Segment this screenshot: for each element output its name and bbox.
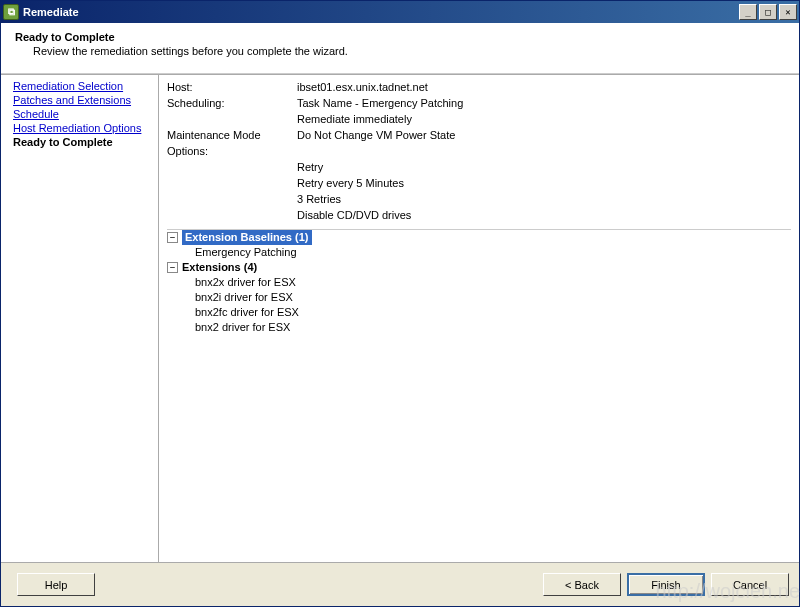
nav-remediation-selection[interactable]: Remediation Selection: [1, 79, 158, 93]
minimize-button[interactable]: _: [739, 4, 757, 20]
summary-panel: Host: ibset01.esx.unix.tadnet.net Schedu…: [159, 75, 799, 562]
value-maint-2: Retry: [297, 159, 791, 175]
wizard-nav: Remediation Selection Patches and Extens…: [1, 75, 159, 562]
value-host: ibset01.esx.unix.tadnet.net: [297, 79, 791, 95]
tree-item-extension[interactable]: bnx2 driver for ESX: [195, 320, 290, 335]
value-scheduling-1: Task Name - Emergency Patching: [297, 95, 791, 111]
app-icon: ⧉: [3, 4, 19, 20]
label-maintenance: Maintenance Mode Options:: [167, 127, 297, 159]
help-button[interactable]: Help: [17, 573, 95, 596]
page-title: Ready to Complete: [15, 31, 785, 43]
value-maint-1: Do Not Change VM Power State: [297, 127, 791, 143]
tree-item-extension[interactable]: bnx2fc driver for ESX: [195, 305, 299, 320]
tree-item-baseline[interactable]: Emergency Patching: [195, 245, 297, 260]
nav-patches-and-extensions[interactable]: Patches and Extensions: [1, 93, 158, 107]
value-scheduling-2: Remediate immediately: [297, 111, 791, 127]
remediate-wizard-window: ⧉ Remediate _ □ ✕ Ready to Complete Revi…: [0, 0, 800, 607]
tree-item-extension[interactable]: bnx2i driver for ESX: [195, 290, 293, 305]
collapse-icon[interactable]: −: [167, 232, 178, 243]
nav-schedule[interactable]: Schedule: [1, 107, 158, 121]
wizard-body: Remediation Selection Patches and Extens…: [1, 74, 799, 562]
finish-button[interactable]: Finish: [627, 573, 705, 596]
wizard-header: Ready to Complete Review the remediation…: [1, 23, 799, 74]
close-button[interactable]: ✕: [779, 4, 797, 20]
value-maint-5: Disable CD/DVD drives: [297, 207, 791, 223]
maximize-button[interactable]: □: [759, 4, 777, 20]
window-title: Remediate: [23, 6, 739, 18]
page-subtitle: Review the remediation settings before y…: [33, 45, 785, 57]
value-maint-3: Retry every 5 Minutes: [297, 175, 791, 191]
value-maint-4: 3 Retries: [297, 191, 791, 207]
tree-group-extensions[interactable]: Extensions (4): [182, 260, 257, 275]
baseline-tree: − Extension Baselines (1) Emergency Patc…: [167, 229, 791, 335]
nav-ready-to-complete[interactable]: Ready to Complete: [1, 135, 158, 149]
tree-item-extension[interactable]: bnx2x driver for ESX: [195, 275, 296, 290]
label-host: Host:: [167, 79, 297, 95]
back-button[interactable]: < Back: [543, 573, 621, 596]
tree-group-extension-baselines[interactable]: Extension Baselines (1): [182, 230, 312, 245]
nav-host-remediation-options[interactable]: Host Remediation Options: [1, 121, 158, 135]
label-scheduling: Scheduling:: [167, 95, 297, 111]
wizard-footer: Help < Back Finish Cancel: [1, 562, 799, 606]
cancel-button[interactable]: Cancel: [711, 573, 789, 596]
titlebar[interactable]: ⧉ Remediate _ □ ✕: [1, 1, 799, 23]
collapse-icon[interactable]: −: [167, 262, 178, 273]
